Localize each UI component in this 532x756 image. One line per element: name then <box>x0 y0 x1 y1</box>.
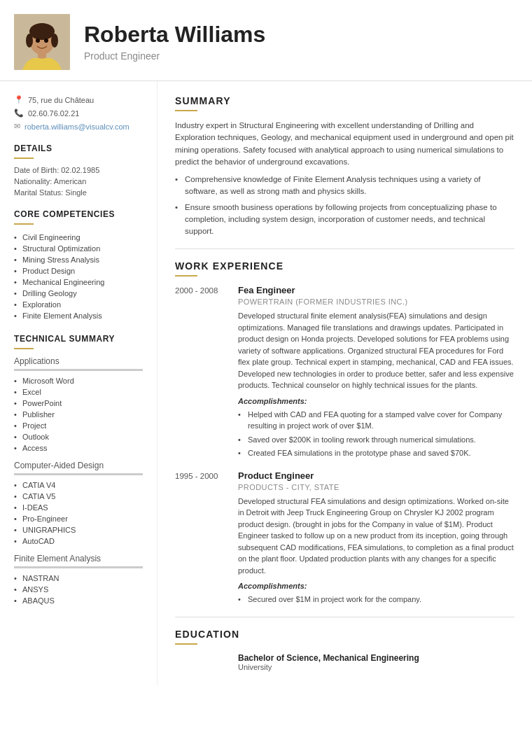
job-header-2: 1995 - 2000 Product Engineer <box>175 470 514 481</box>
list-item: Drilling Geology <box>14 288 143 299</box>
work-exp-divider <box>175 275 197 276</box>
tech-bar-applications <box>14 369 143 371</box>
list-item: CATIA V4 <box>14 479 143 491</box>
summary-intro: Industry expert in Structural Engineerin… <box>175 120 514 168</box>
job-dates-2: 1995 - 2000 <box>175 472 238 480</box>
summary-bullet: Comprehensive knowledge of Finite Elemen… <box>175 174 514 198</box>
details-divider <box>14 158 34 159</box>
summary-divider <box>175 110 197 111</box>
tech-cat-fea: Finite Element Analysis <box>14 554 143 564</box>
nationality-detail: Nationality: American <box>14 177 143 186</box>
list-item: Exploration <box>14 299 143 310</box>
list-item: Secured over $1M in project work for the… <box>238 594 514 606</box>
list-item: Outlook <box>14 431 143 442</box>
tech-bar-fea <box>14 566 143 568</box>
education-divider <box>175 643 197 645</box>
contact-address: 📍 75, rue du Château <box>14 95 143 104</box>
list-item: Civil Engineering <box>14 232 143 243</box>
tech-cat-cad: Computer-Aided Design <box>14 461 143 470</box>
accomplishments-list-1: Helped with CAD and FEA quoting for a st… <box>238 409 514 459</box>
list-item: AutoCAD <box>14 536 143 547</box>
list-item: Helped with CAD and FEA quoting for a st… <box>238 409 514 432</box>
section-divider-1 <box>175 248 514 249</box>
job-title: Product Engineer <box>84 50 265 62</box>
list-item: NASTRAN <box>14 573 143 584</box>
list-item: Access <box>14 442 143 454</box>
education-title: EDUCATION <box>175 629 514 640</box>
list-item: Mining Stress Analysis <box>14 254 143 265</box>
main-content: SUMMARY Industry expert in Structural En… <box>158 81 532 685</box>
svg-point-8 <box>44 38 48 43</box>
work-exp-title: WORK EXPERIENCE <box>175 260 514 272</box>
header-info: Roberta Williams Product Engineer <box>84 22 265 61</box>
header: Roberta Williams Product Engineer <box>0 0 532 81</box>
tech-summary-section-title: TECHNICAL SUMMARY <box>14 334 143 344</box>
details-section-title: DETAILS <box>14 144 143 153</box>
list-item: ANSYS <box>14 584 143 595</box>
contact-email[interactable]: ✉ roberta.williams@visualcv.com <box>14 122 143 131</box>
summary-section: SUMMARY Industry expert in Structural En… <box>175 95 514 237</box>
list-item: Saved over $200K in tooling rework throu… <box>238 434 514 446</box>
list-item: CATIA V5 <box>14 491 143 502</box>
list-item: Pro-Engineer <box>14 513 143 524</box>
accomplishments-list-2: Secured over $1M in project work for the… <box>238 594 514 606</box>
list-item: PowerPoint <box>14 398 143 409</box>
list-item: Mechanical Engineering <box>14 276 143 288</box>
accomplishments-title-2: Accomplishments: <box>238 582 514 590</box>
job-company-2: PRODUCTS - CITY, STATE <box>238 483 514 491</box>
list-item: Finite Element Analysis <box>14 310 143 321</box>
list-item: I-DEAS <box>14 502 143 513</box>
fea-list: NASTRAN ANSYS ABAQUS <box>14 573 143 606</box>
sidebar: 📍 75, rue du Château 📞 02.60.76.02.21 ✉ … <box>0 81 158 685</box>
work-experience-section: WORK EXPERIENCE 2000 - 2008 Fea Engineer… <box>175 260 514 606</box>
applications-list: Microsoft Word Excel PowerPoint Publishe… <box>14 375 143 454</box>
dob-detail: Date of Birth: 02.02.1985 <box>14 166 143 174</box>
job-desc-2: Developed structural FEA simulations and… <box>238 496 514 577</box>
svg-point-5 <box>26 34 33 48</box>
edu-school: University <box>238 663 514 671</box>
job-dates-1: 2000 - 2008 <box>175 286 238 295</box>
edu-entry-1: Bachelor of Science, Mechanical Engineer… <box>238 653 514 671</box>
marital-detail: Marital Status: Single <box>14 188 143 197</box>
list-item: Created FEA simulations in the prototype… <box>238 447 514 459</box>
education-section: EDUCATION Bachelor of Science, Mechanica… <box>175 629 514 671</box>
svg-point-6 <box>51 34 58 48</box>
edu-degree: Bachelor of Science, Mechanical Engineer… <box>238 653 514 663</box>
contact-phone: 📞 02.60.76.02.21 <box>14 108 143 118</box>
avatar <box>14 14 70 70</box>
core-comp-divider <box>14 223 34 225</box>
list-item: Product Design <box>14 265 143 276</box>
tech-summary-divider <box>14 348 34 349</box>
list-item: ABAQUS <box>14 595 143 606</box>
email-icon: ✉ <box>14 122 20 131</box>
job-entry-1: 2000 - 2008 Fea Engineer POWERTRAIN (FOR… <box>175 285 514 459</box>
job-title-1: Fea Engineer <box>238 285 295 295</box>
core-comp-section-title: CORE COMPETENCIES <box>14 209 143 219</box>
list-item: Publisher <box>14 409 143 420</box>
tech-bar-cad <box>14 473 143 475</box>
job-company-1: POWERTRAIN (FORMER INDUSTRIES INC.) <box>238 298 514 306</box>
job-desc-1: Developed structural finite element anal… <box>238 310 514 391</box>
location-icon: 📍 <box>14 95 24 104</box>
list-item: Microsoft Word <box>14 375 143 386</box>
phone-icon: 📞 <box>14 108 24 118</box>
job-title-2: Product Engineer <box>238 470 314 481</box>
job-header-1: 2000 - 2008 Fea Engineer <box>175 285 514 295</box>
list-item: Structural Optimization <box>14 243 143 254</box>
list-item: UNIGRAPHICS <box>14 524 143 536</box>
summary-title: SUMMARY <box>175 95 514 106</box>
full-name: Roberta Williams <box>84 22 265 47</box>
job-entry-2: 1995 - 2000 Product Engineer PRODUCTS - … <box>175 470 514 606</box>
tech-cat-applications: Applications <box>14 356 143 366</box>
svg-point-7 <box>36 38 40 43</box>
section-divider-2 <box>175 617 514 617</box>
core-competencies-list: Civil Engineering Structural Optimizatio… <box>14 232 143 321</box>
summary-bullet: Ensure smooth business operations by fol… <box>175 202 514 238</box>
accomplishments-title-1: Accomplishments: <box>238 397 514 405</box>
svg-point-4 <box>29 23 55 40</box>
cad-list: CATIA V4 CATIA V5 I-DEAS Pro-Engineer UN… <box>14 479 143 547</box>
summary-bullets: Comprehensive knowledge of Finite Elemen… <box>175 174 514 237</box>
list-item: Project <box>14 420 143 431</box>
list-item: Excel <box>14 386 143 398</box>
